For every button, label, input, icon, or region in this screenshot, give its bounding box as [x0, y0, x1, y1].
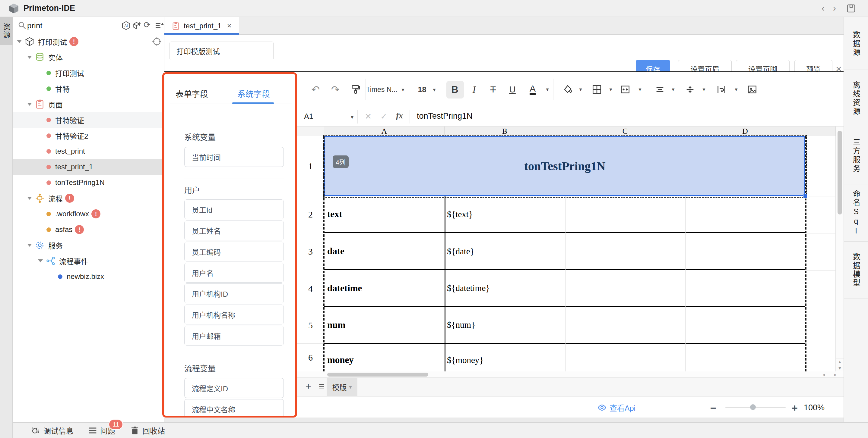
- row-header-1[interactable]: 1: [297, 136, 324, 196]
- table-row[interactable]: date${date}: [324, 233, 805, 270]
- tree-item-bizx[interactable]: newbiz.bizx: [13, 269, 164, 284]
- expand-arrow-icon[interactable]: [27, 56, 32, 59]
- row-header-3[interactable]: 3: [297, 233, 324, 270]
- tree-item-workflow[interactable]: asfas !: [13, 222, 164, 237]
- scroll-up-button[interactable]: ▲: [836, 358, 843, 365]
- template-name-input[interactable]: [169, 41, 274, 60]
- field-chip[interactable]: 流程定义ID: [184, 378, 284, 398]
- fill-color-caret[interactable]: ▾: [579, 86, 582, 93]
- field-chip[interactable]: 员工编码: [184, 242, 284, 262]
- sheet-list-icon[interactable]: ≡: [319, 381, 324, 392]
- row-header-4[interactable]: 4: [297, 270, 324, 307]
- tab-form-fields[interactable]: 表单字段: [176, 88, 208, 99]
- field-chip[interactable]: 用户机构ID: [184, 283, 284, 303]
- sheet-tab-template[interactable]: 模版 ▾: [327, 378, 358, 396]
- field-chip[interactable]: 员工Id: [184, 199, 284, 219]
- tree-item-page[interactable]: test_print: [13, 143, 164, 159]
- merged-title-cell[interactable]: tonTestPring1N: [324, 136, 805, 196]
- column-header-d[interactable]: D: [685, 127, 805, 136]
- strikethrough-button[interactable]: T: [490, 85, 496, 95]
- right-tab-named-sql[interactable]: 命名Sql: [844, 184, 868, 242]
- horizontal-align-icon[interactable]: [655, 85, 665, 95]
- fill-color-icon[interactable]: [562, 85, 573, 95]
- field-chip[interactable]: 流程中文名称: [184, 399, 284, 417]
- vertical-align-icon[interactable]: [685, 85, 695, 95]
- zoom-slider-thumb[interactable]: [750, 404, 756, 410]
- table-row[interactable]: money${money}: [324, 344, 805, 371]
- expand-arrow-icon[interactable]: [27, 103, 32, 106]
- text-wrap-icon[interactable]: [716, 85, 726, 95]
- field-chip[interactable]: 当前时间: [184, 147, 284, 167]
- sheet-tab-caret[interactable]: ▾: [349, 384, 352, 391]
- recycle-bin-button[interactable]: 回收站: [130, 423, 165, 438]
- text-wrap-caret[interactable]: ▾: [735, 86, 737, 93]
- font-family-select[interactable]: Times N...▾: [366, 86, 404, 94]
- table-row[interactable]: text${text}: [324, 196, 805, 233]
- tree-item-page[interactable]: tonTestPring1N: [13, 175, 164, 190]
- field-chip[interactable]: 用户名: [184, 263, 284, 282]
- borders-icon[interactable]: [592, 85, 602, 95]
- underline-button[interactable]: U: [509, 85, 516, 95]
- scroll-right-button[interactable]: ▸: [832, 371, 839, 377]
- tree-item-services[interactable]: 服务: [13, 237, 164, 253]
- tree-item-entity[interactable]: 甘特: [13, 81, 164, 96]
- insert-image-icon[interactable]: [747, 85, 757, 95]
- tree-item-entities[interactable]: 实体: [13, 49, 164, 65]
- bold-button[interactable]: B: [451, 84, 458, 95]
- search-input[interactable]: [27, 21, 99, 31]
- grid-corner-cell[interactable]: [297, 127, 324, 136]
- merge-cells-caret[interactable]: ▾: [639, 86, 641, 93]
- row-header-5[interactable]: 5: [297, 307, 324, 344]
- add-sheet-icon[interactable]: +: [306, 381, 311, 392]
- borders-caret[interactable]: ▾: [609, 86, 612, 93]
- right-tab-datasource[interactable]: 数据源: [844, 18, 868, 70]
- scroll-down-button[interactable]: ▼: [836, 365, 843, 371]
- sort-list-icon[interactable]: [154, 21, 164, 30]
- horizontal-align-caret[interactable]: ▾: [672, 86, 674, 93]
- tree-item-workflow-events[interactable]: 流程事件: [13, 253, 164, 269]
- confirm-entry-icon[interactable]: ✓: [380, 111, 387, 122]
- expand-arrow-icon[interactable]: [38, 259, 43, 262]
- tab-close-icon[interactable]: ×: [227, 21, 231, 30]
- nav-back-icon[interactable]: ‹: [822, 4, 825, 13]
- vertical-scrollbar-thumb[interactable]: [838, 131, 842, 214]
- tree-item-pages[interactable]: 页面: [13, 96, 164, 112]
- column-header-a[interactable]: A: [324, 127, 444, 136]
- right-tab-offline-resources[interactable]: 离线资源: [844, 70, 868, 127]
- view-api-link[interactable]: 查看Api: [597, 402, 636, 413]
- table-row[interactable]: datetime${datetime}: [324, 270, 805, 307]
- locate-icon[interactable]: [152, 37, 162, 46]
- selection-fill-handle[interactable]: [803, 194, 808, 199]
- expand-arrow-icon[interactable]: [17, 40, 22, 43]
- field-chip[interactable]: 员工姓名: [184, 221, 284, 240]
- tree-item-page-selected[interactable]: test_print_1: [13, 159, 164, 175]
- italic-button[interactable]: I: [473, 84, 476, 95]
- tree-item-entity[interactable]: 打印测试: [13, 65, 164, 81]
- save-all-icon[interactable]: [846, 4, 856, 13]
- field-chip[interactable]: 用户邮箱: [184, 326, 284, 345]
- font-size-select[interactable]: 18▾: [418, 85, 436, 94]
- font-color-button[interactable]: A: [530, 84, 536, 95]
- tree-item-workflow[interactable]: .workflowx !: [13, 206, 164, 222]
- fx-icon[interactable]: fx: [396, 111, 403, 121]
- tree-item-workflows[interactable]: 流程 !: [13, 190, 164, 206]
- horizontal-scrollbar[interactable]: ◂ ▸: [297, 371, 843, 377]
- undo-icon[interactable]: ↶: [311, 83, 320, 96]
- horizontal-scrollbar-thumb[interactable]: [327, 373, 428, 376]
- tab-system-fields[interactable]: 系统字段: [237, 88, 270, 99]
- column-header-partial[interactable]: [805, 127, 835, 136]
- refresh-icon[interactable]: ⟳: [144, 20, 151, 30]
- merge-cells-icon[interactable]: [620, 85, 630, 95]
- format-painter-icon[interactable]: [350, 85, 361, 95]
- column-header-b[interactable]: B: [444, 127, 565, 136]
- tree-item-project[interactable]: 打印测试 !: [13, 34, 164, 49]
- expand-arrow-icon[interactable]: [27, 197, 32, 200]
- column-header-c[interactable]: C: [565, 127, 685, 136]
- font-color-caret[interactable]: ▾: [546, 86, 549, 93]
- vertical-scrollbar[interactable]: ▲ ▼: [835, 127, 843, 371]
- zoom-out-icon[interactable]: −: [710, 402, 716, 414]
- name-box[interactable]: A1: [304, 112, 313, 121]
- nav-forward-icon[interactable]: ›: [833, 4, 836, 13]
- debug-info-button[interactable]: 调试信息: [31, 423, 73, 438]
- right-tab-thirdparty-services[interactable]: 三方服务: [844, 127, 868, 184]
